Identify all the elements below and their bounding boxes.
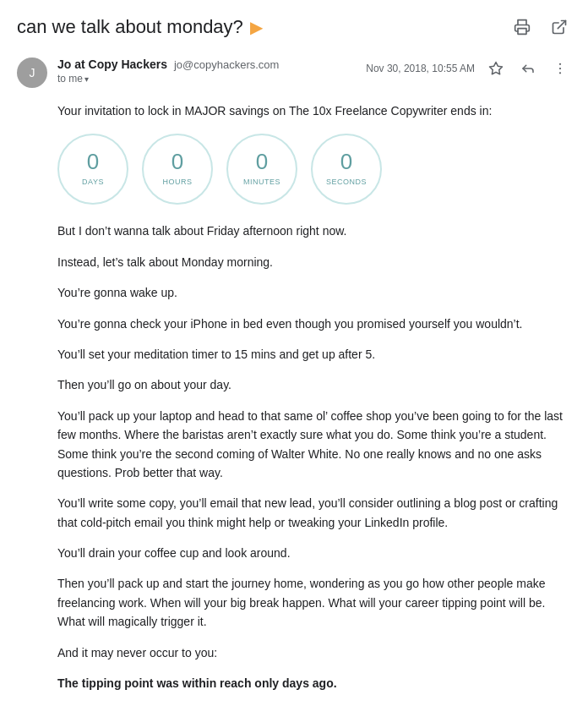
sender-name-row: Jo at Copy Hackers jo@copyhackers.com <box>57 57 279 71</box>
to-me-dropdown[interactable]: to me ▾ <box>57 73 279 85</box>
print-button[interactable] <box>510 15 534 39</box>
svg-rect-0 <box>518 29 526 35</box>
paragraph-8: You’ll write some copy, you’ll email tha… <box>57 494 571 532</box>
header-actions <box>510 15 571 39</box>
forward-tag-icon: ▶ <box>250 17 263 37</box>
email-body: Your invitation to lock in MAJOR savings… <box>0 96 588 706</box>
paragraph-3: You’re gonna wake up. <box>57 283 571 302</box>
to-me-label: to me <box>57 73 83 85</box>
paragraph-10: Then you’ll pack up and start the journe… <box>57 574 571 631</box>
sender-info: Jo at Copy Hackers jo@copyhackers.com to… <box>57 57 279 85</box>
seconds-label: SECONDS <box>326 176 367 188</box>
paragraph-4: You’re gonna check your iPhone in bed ev… <box>57 315 571 333</box>
sender-row: J Jo at Copy Hackers jo@copyhackers.com … <box>0 47 588 96</box>
email-subject: can we talk about monday? ▶ <box>17 16 263 38</box>
svg-line-1 <box>558 21 565 29</box>
chevron-down-icon: ▾ <box>84 74 89 84</box>
countdown-wrapper: 0 DAYS 0 HOURS 0 MINUTES 0 SECONDS <box>57 134 571 205</box>
minutes-label: MINUTES <box>243 176 280 188</box>
email-container: can we talk about monday? ▶ <box>0 0 588 706</box>
reply-button[interactable] <box>517 57 539 79</box>
paragraph-9: You’ll drain your coffee cup and look ar… <box>57 544 571 562</box>
countdown-intro: Your invitation to lock in MAJOR savings… <box>57 101 571 120</box>
email-date: Nov 30, 2018, 10:55 AM <box>366 63 475 74</box>
paragraph-5: You’ll set your meditation timer to 15 m… <box>57 345 571 364</box>
avatar: J <box>17 57 47 88</box>
svg-point-5 <box>559 72 561 74</box>
paragraph-1: But I don’t wanna talk about Friday afte… <box>57 222 571 240</box>
minutes-number: 0 <box>256 151 268 172</box>
sender-right: Nov 30, 2018, 10:55 AM <box>366 57 571 79</box>
seconds-number: 0 <box>340 151 352 172</box>
email-header: can we talk about monday? ▶ <box>0 0 588 47</box>
days-label: DAYS <box>82 176 104 188</box>
more-options-button[interactable] <box>549 57 571 79</box>
tipping-point-bold: The tipping point was within reach only … <box>57 676 337 690</box>
sender-left: J Jo at Copy Hackers jo@copyhackers.com … <box>17 57 279 88</box>
hours-number: 0 <box>172 151 183 172</box>
sender-email: jo@copyhackers.com <box>174 58 279 71</box>
paragraph-7: You’ll pack up your laptop and head to t… <box>57 407 571 483</box>
sender-name: Jo at Copy Hackers <box>57 57 167 71</box>
paragraph-2: Instead, let’s talk about Monday morning… <box>57 253 571 271</box>
svg-point-3 <box>559 63 561 65</box>
popout-button[interactable] <box>547 15 571 39</box>
countdown-seconds: 0 SECONDS <box>311 134 382 205</box>
subject-text: can we talk about monday? <box>17 16 243 38</box>
svg-point-4 <box>559 68 561 69</box>
bold-line: The tipping point was within reach only … <box>57 674 571 692</box>
countdown-hours: 0 HOURS <box>142 134 213 205</box>
star-button[interactable] <box>485 57 507 79</box>
paragraph-6: Then you’ll go on about your day. <box>57 375 571 394</box>
paragraph-11: And it may never occur to you: <box>57 643 571 662</box>
countdown-days: 0 DAYS <box>57 134 128 205</box>
action-icons <box>485 57 571 79</box>
svg-marker-2 <box>490 63 503 74</box>
days-number: 0 <box>87 151 99 172</box>
countdown-minutes: 0 MINUTES <box>226 134 297 205</box>
hours-label: HOURS <box>162 176 192 188</box>
